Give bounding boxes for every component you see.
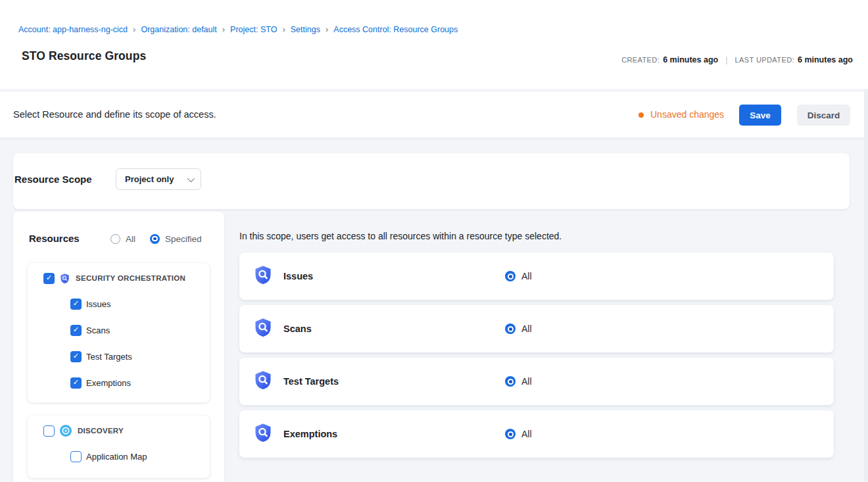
breadcrumb: Account: app-harness-ng-cicd › Organizat… [18,24,458,35]
group-discovery: DISCOVERY Application Map [28,416,210,478]
resource-item-scans[interactable]: Scans [28,324,210,337]
discard-button[interactable]: Discard [797,105,850,126]
card-label: Test Targets [283,376,339,387]
group-label: SECURITY ORCHESTRATION [76,274,185,282]
group-header-row[interactable]: DISCOVERY [28,424,210,437]
created-label: CREATED: [621,56,660,64]
checkbox-exemptions[interactable] [70,377,82,389]
shield-search-icon [254,318,272,339]
access-radio-group: All [505,376,532,387]
access-radio-group: All [505,271,532,281]
checkbox-security-orchestration[interactable] [43,273,55,284]
breadcrumb-settings[interactable]: Settings [291,25,320,34]
chevron-right-icon: › [320,25,333,34]
last-updated-label: LAST UPDATED: [735,56,794,64]
breadcrumb-project[interactable]: Project: STO [230,25,277,34]
action-toolbar: Select Resource and define its scope of … [0,92,865,137]
checkbox-discovery[interactable] [43,425,55,437]
group-header-row[interactable]: SECURITY ORCHESTRATION [28,272,210,285]
resource-card-exemptions: Exemptions All [239,410,834,458]
checkbox-application-map[interactable] [70,451,82,462]
shield-search-icon [254,423,272,445]
breadcrumb-account[interactable]: Account: app-harness-ng-cicd [18,25,128,34]
checkbox-scans[interactable] [70,325,82,336]
radio-all-selected[interactable] [505,324,516,334]
radio-all[interactable] [110,234,120,244]
created-value: 6 minutes ago [663,55,718,64]
checkbox-issues[interactable] [70,299,82,310]
last-updated-value: 6 minutes ago [798,55,853,64]
resource-scope-card: Project only [13,153,850,209]
shield-search-icon [254,266,272,287]
radio-all-selected[interactable] [505,376,516,387]
radio-all-label: All [126,234,135,244]
breadcrumb-resource-groups[interactable]: Access Control: Resource Groups [333,25,458,34]
chevron-right-icon: › [277,25,290,34]
resources-title: Resources [29,233,80,244]
page-header: Account: app-harness-ng-cicd › Organizat… [0,0,868,89]
resources-panel: Resources All Specified SECURITY ORCHEST… [13,212,224,482]
chevron-down-icon [187,174,195,181]
resource-scope-selected-value: Project only [125,174,174,184]
radio-all-selected[interactable] [505,429,516,439]
item-label: Scans [86,325,110,335]
card-label: Issues [283,271,313,281]
group-label: DISCOVERY [78,427,124,435]
item-label: Exemptions [86,378,131,388]
target-icon [60,425,72,437]
breadcrumb-organization[interactable]: Organization: default [141,25,216,34]
access-radio-group: All [505,324,532,334]
radio-specified-label: Specified [165,234,202,244]
item-label: Issues [86,299,111,309]
radio-all-selected[interactable] [505,271,516,281]
resource-item-application-map[interactable]: Application Map [28,450,210,463]
resource-scope-dropdown[interactable]: Project only [116,168,201,190]
resource-item-issues[interactable]: Issues [28,297,210,310]
resource-card-issues: Issues All [239,253,834,300]
header-meta: CREATED: 6 minutes ago | LAST UPDATED: 6… [621,55,853,64]
access-label: All [521,324,532,334]
vertical-scrollbar[interactable] [864,89,868,482]
card-label: Exemptions [283,429,337,439]
unsaved-changes-dot-icon [639,112,644,118]
checkbox-test-targets[interactable] [70,351,82,362]
resource-card-scans: Scans All [239,305,834,352]
scope-description: In this scope, users get access to all r… [239,231,562,241]
radio-specified[interactable] [150,234,160,244]
resource-card-test-targets: Test Targets All [239,358,834,405]
access-label: All [521,376,532,387]
access-label: All [521,429,532,439]
resource-item-test-targets[interactable]: Test Targets [28,350,210,363]
resource-scope-label: Resource Scope [14,174,92,185]
toolbar-description: Select Resource and define its scope of … [13,109,216,120]
unsaved-changes-label: Unsaved changes [650,109,724,120]
item-label: Test Targets [86,352,132,362]
resources-mode-radios: All Specified [110,233,202,245]
chevron-right-icon: › [217,25,230,34]
group-security-orchestration: SECURITY ORCHESTRATION Issues Scans Test… [28,263,210,402]
access-label: All [521,271,532,281]
meta-divider: | [725,55,727,64]
page-title: STO Resource Groups [22,49,146,63]
access-radio-group: All [505,429,532,439]
card-label: Scans [283,324,312,334]
save-button[interactable]: Save [739,105,781,126]
shield-search-icon [60,274,70,283]
chevron-right-icon: › [128,25,141,34]
resource-item-exemptions[interactable]: Exemptions [28,376,210,389]
item-label: Application Map [86,452,147,462]
shield-search-icon [254,371,272,392]
